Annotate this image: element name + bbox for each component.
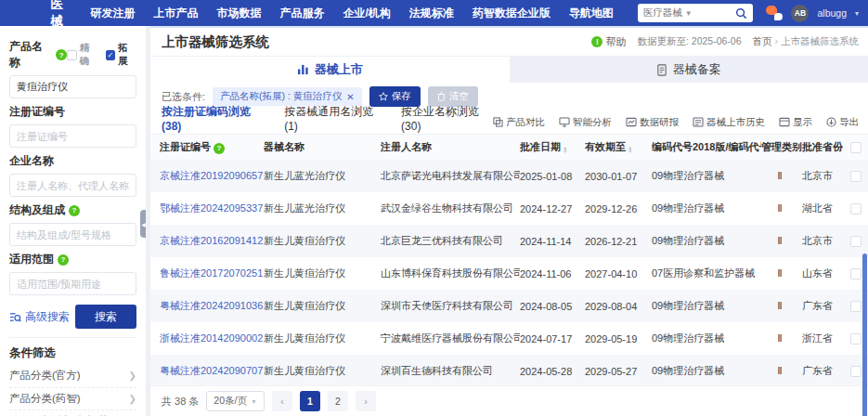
username[interactable]: albugg bbox=[817, 7, 847, 19]
compare-button[interactable]: 产品对比 bbox=[493, 116, 545, 129]
app-window: YaOZH 药智医械数据 研发注册上市产品市场数据产品服务企业/机构法规标准药智… bbox=[0, 0, 868, 416]
nav-menu-item[interactable]: 产品服务 bbox=[279, 6, 324, 21]
listing-history-button[interactable]: 器械上市历史 bbox=[693, 116, 765, 129]
help-hint-icon[interactable]: ? bbox=[69, 205, 80, 216]
row-checkbox[interactable] bbox=[850, 236, 862, 247]
select-all-checkbox[interactable] bbox=[850, 142, 862, 153]
reg-no-link[interactable]: 粤械注准20242091036 bbox=[160, 299, 264, 313]
nav-menu-item[interactable]: 上市产品 bbox=[153, 6, 198, 21]
table-row[interactable]: 浙械注准20142090002 新生儿黄疸治疗仪 宁波戴维医疗器械股份有限公司 … bbox=[150, 322, 868, 355]
valid-until-cell: 2029-12-26 bbox=[585, 203, 652, 214]
advanced-search-link[interactable]: 高级搜索 bbox=[9, 309, 70, 325]
product-name-input[interactable] bbox=[9, 75, 136, 98]
reg-no-link[interactable]: 京械注准20162091412 bbox=[160, 234, 264, 248]
reg-no-link[interactable]: 粤械注准20242090707 bbox=[160, 364, 264, 378]
condition-filter-item[interactable]: 产品分类(药智) ❯ bbox=[9, 388, 136, 411]
exact-checkbox[interactable]: 精确 bbox=[67, 42, 97, 68]
help-hint-icon[interactable]: ? bbox=[56, 49, 67, 60]
monitor-icon bbox=[559, 117, 570, 127]
selected-conditions-label: 已选条件: bbox=[162, 90, 205, 104]
reg-no-link[interactable]: 鲁械注准20172070251 bbox=[160, 266, 264, 280]
nav-menu-item[interactable]: 药智数据企业版 bbox=[473, 6, 551, 21]
valid-until-cell: 2027-04-10 bbox=[585, 268, 652, 280]
search-button[interactable]: 搜索 bbox=[75, 305, 136, 329]
col-registrant: 注册人名称 bbox=[381, 140, 520, 154]
smart-analysis-button[interactable]: 智能分析 bbox=[559, 116, 612, 129]
reg-no-input[interactable] bbox=[9, 124, 136, 148]
tab-device-listed[interactable]: 器械上市 bbox=[150, 57, 510, 83]
tab-device-record[interactable]: 器械备案 bbox=[510, 57, 868, 83]
table-row[interactable]: 京械注准20162091412 新生儿黄疸治疗仪 北京巨龙三优科技有限公司 20… bbox=[150, 225, 868, 257]
user-menu-chevron-icon[interactable]: ▾ bbox=[855, 9, 859, 18]
help-hint-icon[interactable]: ? bbox=[214, 143, 225, 154]
display-settings-button[interactable]: 显示 bbox=[779, 116, 812, 129]
chevron-right-icon: ❯ bbox=[129, 370, 136, 381]
col-valid-until[interactable]: 有效期至▲▼ bbox=[585, 140, 652, 154]
nav-menu-item[interactable]: 导航地图 bbox=[569, 6, 614, 21]
valid-until-cell: 2029-08-04 bbox=[585, 301, 652, 312]
scope-label: 适用范围 bbox=[9, 252, 54, 267]
nav-menu-item[interactable]: 研发注册 bbox=[90, 6, 135, 21]
condition-chip: 产品名称(拓展) : 黄疸治疗仪 ✕ bbox=[213, 87, 362, 106]
table-row[interactable]: 粤械注准20242091036 新生儿黄疸治疗仪 深圳市天使医疗科技有限公司 2… bbox=[150, 290, 868, 322]
chip-remove-icon[interactable]: ✕ bbox=[346, 92, 354, 102]
next-page-button[interactable]: › bbox=[356, 391, 376, 411]
condition-filter-item[interactable]: 产品分类(官方) ❯ bbox=[9, 365, 136, 388]
reg-no-link[interactable]: 浙械注准20142090002 bbox=[160, 332, 264, 345]
nav-menu-item[interactable]: 法规标准 bbox=[409, 6, 454, 21]
row-checkbox[interactable] bbox=[850, 301, 862, 312]
condition-filter-item[interactable]: 体外诊断试剂分类(药智) ❯ bbox=[9, 410, 136, 416]
data-report-button[interactable]: 数据研报 bbox=[626, 116, 679, 129]
nav-menu-item[interactable]: 市场数据 bbox=[216, 6, 261, 21]
valid-until-cell: 2030-01-07 bbox=[585, 171, 652, 182]
help-link[interactable]: !帮助 bbox=[591, 35, 626, 49]
reg-no-link[interactable]: 京械注准20192090657 bbox=[160, 169, 264, 183]
help-hint-icon[interactable]: ? bbox=[58, 254, 69, 266]
mgmt-class-cell: Ⅱ bbox=[761, 202, 802, 214]
device-name-cell: 新生儿黄疸治疗仪 bbox=[264, 332, 381, 345]
col-approval-date[interactable]: 批准日期▲▼ bbox=[520, 140, 585, 154]
company-input[interactable] bbox=[9, 174, 136, 197]
trash-icon bbox=[437, 92, 446, 101]
vertical-scrollbar[interactable] bbox=[862, 254, 867, 416]
prev-page-button[interactable]: ‹ bbox=[272, 391, 292, 411]
scope-input[interactable] bbox=[9, 272, 136, 295]
document-icon bbox=[656, 64, 667, 76]
col-reg-no: 注册证编号? bbox=[160, 140, 264, 154]
page-size-select[interactable]: 20条/页▼ bbox=[206, 391, 265, 411]
province-cell: 浙江省 bbox=[802, 332, 845, 345]
sidebar-collapse-handle[interactable]: ◀ bbox=[140, 210, 147, 238]
table-row[interactable]: 粤械注准20242090707 新生儿黄疸治疗仪 深圳百生德科技有限公司 202… bbox=[150, 355, 868, 387]
message-icon[interactable] bbox=[766, 6, 783, 20]
row-checkbox[interactable] bbox=[850, 203, 862, 214]
row-checkbox[interactable] bbox=[850, 171, 862, 182]
page-button-2[interactable]: 2 bbox=[328, 391, 348, 411]
row-checkbox[interactable] bbox=[850, 333, 862, 344]
approval-date-cell: 2024-11-14 bbox=[520, 236, 585, 247]
main-panel: 上市器械筛选系统 !帮助 数据更新至: 2025-06-06 首页›上市器械筛选… bbox=[150, 26, 868, 416]
registrant-cell: 北京巨龙三优科技有限公司 bbox=[381, 234, 520, 248]
pagination-bar: 共 38 条 20条/页▼ ‹ 1 2 › bbox=[150, 385, 868, 416]
mgmt-class-cell: Ⅱ bbox=[761, 365, 802, 377]
table-row[interactable]: 鲁械注准20172070251 新生儿黄疸治疗仪 山东博科保育科技股份有限公司 … bbox=[150, 257, 868, 290]
page-button-1[interactable]: 1 bbox=[300, 391, 320, 411]
table-row[interactable]: 京械注准20192090657 新生儿蓝光治疗仪 北京萨诺光电科技发展有限公司 … bbox=[150, 160, 868, 192]
table-row[interactable]: 鄂械注准20242095337 新生儿蓝光治疗仪 武汉金绿谷生物科技有限公司 2… bbox=[150, 192, 868, 225]
search-category-select[interactable]: 医疗器械 bbox=[643, 6, 682, 20]
view-tab-row: 按注册证编码浏览(38) 按器械通用名浏览(1) 按企业名称浏览(30) 产品对… bbox=[150, 110, 868, 135]
row-checkbox[interactable] bbox=[850, 268, 862, 280]
search-icon[interactable] bbox=[735, 7, 747, 20]
breadcrumb-home[interactable]: 首页 bbox=[753, 35, 772, 46]
global-search-box[interactable]: 医疗器械 ▼ bbox=[638, 4, 754, 22]
expand-checkbox[interactable]: ✓拓展 bbox=[106, 42, 136, 68]
filter-sidebar: 产品名称 ? 精确 ✓拓展 注册证编号 企业名称 结构及组成? 适用范围? 高级… bbox=[0, 26, 147, 416]
structure-input[interactable] bbox=[9, 223, 136, 246]
avatar[interactable]: AB bbox=[791, 5, 809, 22]
row-checkbox[interactable] bbox=[850, 366, 862, 377]
main-menu: 研发注册上市产品市场数据产品服务企业/机构法规标准药智数据企业版导航地图 bbox=[90, 6, 613, 21]
nav-menu-item[interactable]: 企业/机构 bbox=[343, 6, 390, 21]
mgmt-class-cell: Ⅱ bbox=[761, 267, 802, 280]
export-button[interactable]: 导出 bbox=[826, 116, 859, 129]
col-province: 批准省份 bbox=[802, 140, 845, 154]
reg-no-link[interactable]: 鄂械注准20242095337 bbox=[160, 202, 264, 215]
